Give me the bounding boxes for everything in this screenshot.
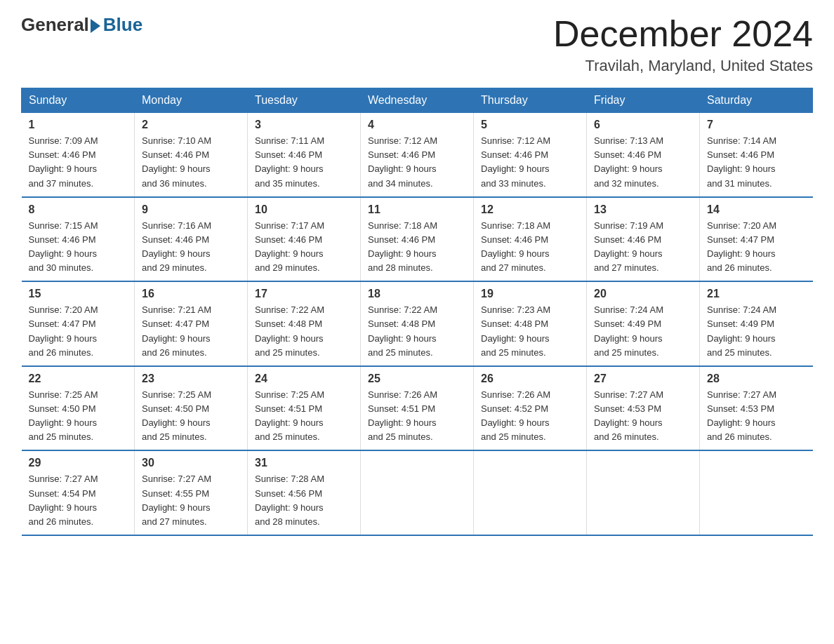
day-number: 15 <box>29 288 128 300</box>
day-info: Sunrise: 7:22 AM Sunset: 4:48 PM Dayligh… <box>255 303 353 360</box>
calendar-cell: 19 Sunrise: 7:23 AM Sunset: 4:48 PM Dayl… <box>474 281 587 366</box>
day-number: 29 <box>29 457 128 469</box>
calendar-cell: 3 Sunrise: 7:11 AM Sunset: 4:46 PM Dayli… <box>248 113 361 197</box>
calendar-cell: 4 Sunrise: 7:12 AM Sunset: 4:46 PM Dayli… <box>361 113 474 197</box>
day-info: Sunrise: 7:25 AM Sunset: 4:51 PM Dayligh… <box>255 388 353 445</box>
day-info: Sunrise: 7:28 AM Sunset: 4:56 PM Dayligh… <box>255 472 353 529</box>
calendar-cell: 8 Sunrise: 7:15 AM Sunset: 4:46 PM Dayli… <box>22 197 135 282</box>
calendar-cell: 31 Sunrise: 7:28 AM Sunset: 4:56 PM Dayl… <box>248 450 361 535</box>
day-number: 11 <box>368 203 466 216</box>
day-info: Sunrise: 7:24 AM Sunset: 4:49 PM Dayligh… <box>707 303 806 360</box>
day-number: 23 <box>142 373 240 385</box>
calendar-cell: 28 Sunrise: 7:27 AM Sunset: 4:53 PM Dayl… <box>700 366 813 451</box>
week-row-5: 29 Sunrise: 7:27 AM Sunset: 4:54 PM Dayl… <box>22 450 813 535</box>
day-info: Sunrise: 7:17 AM Sunset: 4:46 PM Dayligh… <box>255 219 353 276</box>
day-number: 24 <box>255 373 353 385</box>
calendar-cell: 15 Sunrise: 7:20 AM Sunset: 4:47 PM Dayl… <box>22 281 135 366</box>
day-info: Sunrise: 7:24 AM Sunset: 4:49 PM Dayligh… <box>594 303 692 360</box>
day-info: Sunrise: 7:14 AM Sunset: 4:46 PM Dayligh… <box>707 134 806 191</box>
day-info: Sunrise: 7:12 AM Sunset: 4:46 PM Dayligh… <box>481 134 579 191</box>
day-number: 19 <box>481 288 579 300</box>
day-info: Sunrise: 7:25 AM Sunset: 4:50 PM Dayligh… <box>29 388 128 445</box>
logo-blue-text: Blue <box>103 14 143 36</box>
week-row-3: 15 Sunrise: 7:20 AM Sunset: 4:47 PM Dayl… <box>22 281 813 366</box>
week-row-2: 8 Sunrise: 7:15 AM Sunset: 4:46 PM Dayli… <box>22 197 813 282</box>
week-row-1: 1 Sunrise: 7:09 AM Sunset: 4:46 PM Dayli… <box>22 113 813 197</box>
calendar-cell: 9 Sunrise: 7:16 AM Sunset: 4:46 PM Dayli… <box>135 197 248 282</box>
calendar-cell: 21 Sunrise: 7:24 AM Sunset: 4:49 PM Dayl… <box>700 281 813 366</box>
day-number: 25 <box>368 373 466 385</box>
day-info: Sunrise: 7:18 AM Sunset: 4:46 PM Dayligh… <box>481 219 579 276</box>
day-info: Sunrise: 7:19 AM Sunset: 4:46 PM Dayligh… <box>594 219 692 276</box>
day-number: 1 <box>29 119 128 131</box>
logo-general-text: General <box>21 14 89 36</box>
week-row-4: 22 Sunrise: 7:25 AM Sunset: 4:50 PM Dayl… <box>22 366 813 451</box>
calendar-cell: 23 Sunrise: 7:25 AM Sunset: 4:50 PM Dayl… <box>135 366 248 451</box>
header-wednesday: Wednesday <box>361 88 474 113</box>
calendar-cell: 2 Sunrise: 7:10 AM Sunset: 4:46 PM Dayli… <box>135 113 248 197</box>
header-saturday: Saturday <box>700 88 813 113</box>
logo: General Blue <box>21 14 143 36</box>
day-number: 10 <box>255 203 353 216</box>
header-monday: Monday <box>135 88 248 113</box>
day-info: Sunrise: 7:27 AM Sunset: 4:53 PM Dayligh… <box>707 388 806 445</box>
calendar-cell <box>361 450 474 535</box>
day-info: Sunrise: 7:22 AM Sunset: 4:48 PM Dayligh… <box>368 303 466 360</box>
calendar-cell: 1 Sunrise: 7:09 AM Sunset: 4:46 PM Dayli… <box>22 113 135 197</box>
calendar-cell: 14 Sunrise: 7:20 AM Sunset: 4:47 PM Dayl… <box>700 197 813 282</box>
day-number: 21 <box>707 288 806 300</box>
calendar-cell: 30 Sunrise: 7:27 AM Sunset: 4:55 PM Dayl… <box>135 450 248 535</box>
day-number: 13 <box>594 203 692 216</box>
day-info: Sunrise: 7:26 AM Sunset: 4:51 PM Dayligh… <box>368 388 466 445</box>
header-tuesday: Tuesday <box>248 88 361 113</box>
calendar-cell: 25 Sunrise: 7:26 AM Sunset: 4:51 PM Dayl… <box>361 366 474 451</box>
calendar-cell: 6 Sunrise: 7:13 AM Sunset: 4:46 PM Dayli… <box>587 113 700 197</box>
calendar-cell: 16 Sunrise: 7:21 AM Sunset: 4:47 PM Dayl… <box>135 281 248 366</box>
title-section: December 2024 Travilah, Maryland, United… <box>553 14 813 75</box>
day-number: 7 <box>707 119 806 131</box>
day-number: 28 <box>707 373 806 385</box>
day-number: 20 <box>594 288 692 300</box>
calendar-cell: 22 Sunrise: 7:25 AM Sunset: 4:50 PM Dayl… <box>22 366 135 451</box>
day-info: Sunrise: 7:18 AM Sunset: 4:46 PM Dayligh… <box>368 219 466 276</box>
calendar-cell: 27 Sunrise: 7:27 AM Sunset: 4:53 PM Dayl… <box>587 366 700 451</box>
day-number: 2 <box>142 119 240 131</box>
day-number: 22 <box>29 373 128 385</box>
day-number: 5 <box>481 119 579 131</box>
calendar-cell: 18 Sunrise: 7:22 AM Sunset: 4:48 PM Dayl… <box>361 281 474 366</box>
day-info: Sunrise: 7:13 AM Sunset: 4:46 PM Dayligh… <box>594 134 692 191</box>
day-number: 27 <box>594 373 692 385</box>
day-number: 14 <box>707 203 806 216</box>
day-number: 30 <box>142 457 240 469</box>
day-info: Sunrise: 7:15 AM Sunset: 4:46 PM Dayligh… <box>29 219 128 276</box>
day-number: 12 <box>481 203 579 216</box>
calendar-cell: 12 Sunrise: 7:18 AM Sunset: 4:46 PM Dayl… <box>474 197 587 282</box>
day-info: Sunrise: 7:26 AM Sunset: 4:52 PM Dayligh… <box>481 388 579 445</box>
day-info: Sunrise: 7:10 AM Sunset: 4:46 PM Dayligh… <box>142 134 240 191</box>
header-thursday: Thursday <box>474 88 587 113</box>
calendar-cell: 13 Sunrise: 7:19 AM Sunset: 4:46 PM Dayl… <box>587 197 700 282</box>
day-info: Sunrise: 7:11 AM Sunset: 4:46 PM Dayligh… <box>255 134 353 191</box>
month-title: December 2024 <box>553 14 813 54</box>
header-friday: Friday <box>587 88 700 113</box>
calendar-cell: 10 Sunrise: 7:17 AM Sunset: 4:46 PM Dayl… <box>248 197 361 282</box>
day-info: Sunrise: 7:09 AM Sunset: 4:46 PM Dayligh… <box>29 134 128 191</box>
day-info: Sunrise: 7:20 AM Sunset: 4:47 PM Dayligh… <box>29 303 128 360</box>
calendar-cell: 29 Sunrise: 7:27 AM Sunset: 4:54 PM Dayl… <box>22 450 135 535</box>
day-number: 18 <box>368 288 466 300</box>
calendar-table: Sunday Monday Tuesday Wednesday Thursday… <box>21 88 813 536</box>
calendar-cell: 20 Sunrise: 7:24 AM Sunset: 4:49 PM Dayl… <box>587 281 700 366</box>
day-info: Sunrise: 7:20 AM Sunset: 4:47 PM Dayligh… <box>707 219 806 276</box>
calendar-cell: 7 Sunrise: 7:14 AM Sunset: 4:46 PM Dayli… <box>700 113 813 197</box>
day-info: Sunrise: 7:27 AM Sunset: 4:55 PM Dayligh… <box>142 472 240 529</box>
page-header: General Blue December 2024 Travilah, Mar… <box>21 14 813 75</box>
day-info: Sunrise: 7:21 AM Sunset: 4:47 PM Dayligh… <box>142 303 240 360</box>
logo-arrow-icon <box>91 19 100 33</box>
calendar-cell: 5 Sunrise: 7:12 AM Sunset: 4:46 PM Dayli… <box>474 113 587 197</box>
day-number: 9 <box>142 203 240 216</box>
day-info: Sunrise: 7:25 AM Sunset: 4:50 PM Dayligh… <box>142 388 240 445</box>
location-title: Travilah, Maryland, United States <box>553 57 813 75</box>
day-number: 17 <box>255 288 353 300</box>
calendar-cell: 11 Sunrise: 7:18 AM Sunset: 4:46 PM Dayl… <box>361 197 474 282</box>
header-sunday: Sunday <box>22 88 135 113</box>
